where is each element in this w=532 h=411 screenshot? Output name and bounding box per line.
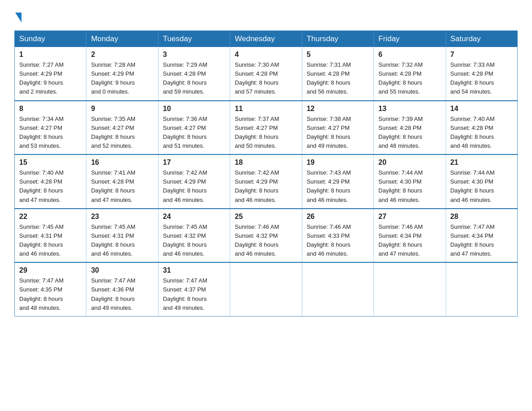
day-info: Sunrise: 7:37 AMSunset: 4:27 PMDaylight:… (235, 115, 297, 151)
day-number: 3 (163, 51, 225, 59)
calendar-week-row: 1 Sunrise: 7:27 AMSunset: 4:29 PMDayligh… (15, 47, 518, 101)
day-info: Sunrise: 7:39 AMSunset: 4:28 PMDaylight:… (378, 115, 441, 151)
day-number: 23 (91, 213, 153, 221)
day-number: 7 (450, 51, 513, 59)
day-number: 28 (450, 213, 513, 221)
table-row (302, 262, 373, 316)
day-info: Sunrise: 7:38 AMSunset: 4:27 PMDaylight:… (307, 115, 369, 151)
table-row: 21 Sunrise: 7:44 AMSunset: 4:30 PMDaylig… (446, 154, 517, 209)
day-info: Sunrise: 7:29 AMSunset: 4:28 PMDaylight:… (163, 60, 225, 97)
day-info: Sunrise: 7:47 AMSunset: 4:35 PMDaylight:… (19, 276, 82, 313)
table-row: 22 Sunrise: 7:45 AMSunset: 4:31 PMDaylig… (15, 209, 86, 263)
table-row: 10 Sunrise: 7:36 AMSunset: 4:27 PMDaylig… (158, 101, 230, 155)
day-number: 21 (450, 158, 513, 167)
table-row: 25 Sunrise: 7:46 AMSunset: 4:32 PMDaylig… (230, 209, 302, 263)
table-row: 23 Sunrise: 7:45 AMSunset: 4:31 PMDaylig… (86, 209, 158, 263)
day-info: Sunrise: 7:43 AMSunset: 4:29 PMDaylight:… (307, 168, 369, 205)
day-number: 5 (307, 51, 369, 59)
day-info: Sunrise: 7:46 AMSunset: 4:33 PMDaylight:… (307, 223, 369, 259)
calendar-week-row: 29 Sunrise: 7:47 AMSunset: 4:35 PMDaylig… (15, 262, 518, 316)
table-row: 1 Sunrise: 7:27 AMSunset: 4:29 PMDayligh… (15, 47, 86, 101)
day-number: 31 (163, 266, 225, 274)
table-row: 4 Sunrise: 7:30 AMSunset: 4:28 PMDayligh… (230, 47, 302, 101)
header-sunday: Sunday (15, 31, 86, 47)
day-info: Sunrise: 7:30 AMSunset: 4:28 PMDaylight:… (235, 60, 297, 97)
table-row (374, 262, 446, 316)
day-number: 8 (19, 105, 82, 113)
day-info: Sunrise: 7:46 AMSunset: 4:34 PMDaylight:… (378, 223, 441, 259)
day-number: 10 (163, 105, 225, 113)
table-row: 31 Sunrise: 7:47 AMSunset: 4:37 PMDaylig… (158, 262, 230, 316)
day-info: Sunrise: 7:28 AMSunset: 4:29 PMDaylight:… (91, 60, 153, 97)
header-saturday: Saturday (446, 31, 517, 47)
calendar-week-row: 15 Sunrise: 7:40 AMSunset: 4:28 PMDaylig… (15, 154, 518, 209)
table-row: 9 Sunrise: 7:35 AMSunset: 4:27 PMDayligh… (86, 101, 158, 155)
day-info: Sunrise: 7:36 AMSunset: 4:27 PMDaylight:… (163, 115, 225, 151)
day-info: Sunrise: 7:27 AMSunset: 4:29 PMDaylight:… (19, 60, 82, 97)
day-number: 1 (19, 51, 82, 59)
day-number: 26 (307, 213, 369, 221)
table-row: 30 Sunrise: 7:47 AMSunset: 4:36 PMDaylig… (86, 262, 158, 316)
day-info: Sunrise: 7:34 AMSunset: 4:27 PMDaylight:… (19, 115, 82, 151)
header-thursday: Thursday (302, 31, 373, 47)
day-number: 22 (19, 213, 82, 221)
table-row: 20 Sunrise: 7:44 AMSunset: 4:30 PMDaylig… (374, 154, 446, 209)
table-row: 5 Sunrise: 7:31 AMSunset: 4:28 PMDayligh… (302, 47, 373, 101)
day-number: 18 (235, 158, 297, 167)
table-row: 15 Sunrise: 7:40 AMSunset: 4:28 PMDaylig… (15, 154, 86, 209)
day-number: 2 (91, 51, 153, 59)
day-info: Sunrise: 7:44 AMSunset: 4:30 PMDaylight:… (378, 168, 441, 205)
table-row: 24 Sunrise: 7:45 AMSunset: 4:32 PMDaylig… (158, 209, 230, 263)
table-row: 29 Sunrise: 7:47 AMSunset: 4:35 PMDaylig… (15, 262, 86, 316)
table-row: 19 Sunrise: 7:43 AMSunset: 4:29 PMDaylig… (302, 154, 373, 209)
day-number: 24 (163, 213, 225, 221)
logo-arrow-icon (15, 13, 21, 22)
table-row: 18 Sunrise: 7:42 AMSunset: 4:29 PMDaylig… (230, 154, 302, 209)
day-info: Sunrise: 7:47 AMSunset: 4:36 PMDaylight:… (91, 276, 153, 313)
table-row: 7 Sunrise: 7:33 AMSunset: 4:28 PMDayligh… (446, 47, 517, 101)
day-number: 14 (450, 105, 513, 113)
day-number: 9 (91, 105, 153, 113)
table-row: 16 Sunrise: 7:41 AMSunset: 4:28 PMDaylig… (86, 154, 158, 209)
day-number: 4 (235, 51, 297, 59)
day-info: Sunrise: 7:45 AMSunset: 4:31 PMDaylight:… (19, 223, 82, 259)
table-row: 13 Sunrise: 7:39 AMSunset: 4:28 PMDaylig… (374, 101, 446, 155)
table-row: 28 Sunrise: 7:47 AMSunset: 4:34 PMDaylig… (446, 209, 517, 263)
table-row: 8 Sunrise: 7:34 AMSunset: 4:27 PMDayligh… (15, 101, 86, 155)
table-row: 11 Sunrise: 7:37 AMSunset: 4:27 PMDaylig… (230, 101, 302, 155)
table-row: 3 Sunrise: 7:29 AMSunset: 4:28 PMDayligh… (158, 47, 230, 101)
table-row: 14 Sunrise: 7:40 AMSunset: 4:28 PMDaylig… (446, 101, 517, 155)
day-info: Sunrise: 7:44 AMSunset: 4:30 PMDaylight:… (450, 168, 513, 205)
day-number: 25 (235, 213, 297, 221)
calendar-week-row: 8 Sunrise: 7:34 AMSunset: 4:27 PMDayligh… (15, 101, 518, 155)
day-number: 19 (307, 158, 369, 167)
header-monday: Monday (86, 31, 158, 47)
day-info: Sunrise: 7:40 AMSunset: 4:28 PMDaylight:… (19, 168, 82, 205)
calendar-week-row: 22 Sunrise: 7:45 AMSunset: 4:31 PMDaylig… (15, 209, 518, 263)
header-wednesday: Wednesday (230, 31, 302, 47)
calendar-table: Sunday Monday Tuesday Wednesday Thursday… (14, 30, 518, 317)
table-row: 27 Sunrise: 7:46 AMSunset: 4:34 PMDaylig… (374, 209, 446, 263)
day-number: 27 (378, 213, 441, 221)
day-number: 30 (91, 266, 153, 274)
day-number: 15 (19, 158, 82, 167)
day-number: 29 (19, 266, 82, 274)
day-info: Sunrise: 7:41 AMSunset: 4:28 PMDaylight:… (91, 168, 153, 205)
table-row: 17 Sunrise: 7:42 AMSunset: 4:29 PMDaylig… (158, 154, 230, 209)
day-number: 12 (307, 105, 369, 113)
table-row (230, 262, 302, 316)
table-row (446, 262, 517, 316)
table-row: 26 Sunrise: 7:46 AMSunset: 4:33 PMDaylig… (302, 209, 373, 263)
day-info: Sunrise: 7:47 AMSunset: 4:37 PMDaylight:… (163, 276, 225, 313)
day-info: Sunrise: 7:46 AMSunset: 4:32 PMDaylight:… (235, 223, 297, 259)
day-number: 13 (378, 105, 441, 113)
day-info: Sunrise: 7:33 AMSunset: 4:28 PMDaylight:… (450, 60, 513, 97)
day-info: Sunrise: 7:40 AMSunset: 4:28 PMDaylight:… (450, 115, 513, 151)
day-number: 16 (91, 158, 153, 167)
day-info: Sunrise: 7:42 AMSunset: 4:29 PMDaylight:… (235, 168, 297, 205)
day-info: Sunrise: 7:42 AMSunset: 4:29 PMDaylight:… (163, 168, 225, 205)
day-info: Sunrise: 7:47 AMSunset: 4:34 PMDaylight:… (450, 223, 513, 259)
table-row: 12 Sunrise: 7:38 AMSunset: 4:27 PMDaylig… (302, 101, 373, 155)
day-number: 11 (235, 105, 297, 113)
day-number: 20 (378, 158, 441, 167)
